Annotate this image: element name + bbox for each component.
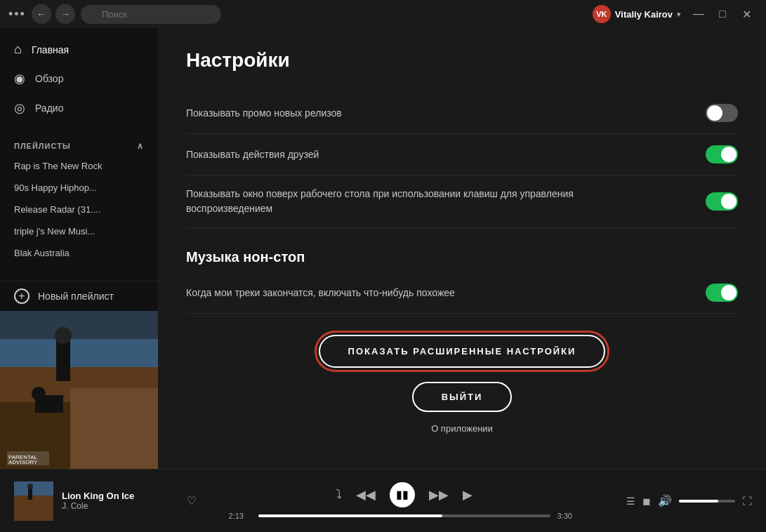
home-icon: ⌂ bbox=[14, 42, 22, 57]
repeat-button[interactable]: ▶ bbox=[463, 487, 473, 503]
titlebar-left: ••• ← → 🔍 bbox=[8, 4, 221, 24]
list-item[interactable]: Rap is The New Rock bbox=[0, 155, 158, 177]
forward-button[interactable]: → bbox=[55, 4, 75, 24]
album-art-sidebar bbox=[0, 311, 158, 469]
progress-fill bbox=[258, 514, 442, 517]
list-item[interactable]: Release Radar (31.... bbox=[0, 199, 158, 220]
setting-row-promo: Показывать промо новых релизов bbox=[186, 93, 738, 134]
user-info[interactable]: VK Vitaliy Kairov ▾ bbox=[593, 5, 680, 23]
avatar: VK bbox=[593, 5, 611, 23]
volume-fill bbox=[679, 500, 718, 503]
minimize-button[interactable]: — bbox=[687, 4, 710, 24]
track-name: Lion King On Ice bbox=[62, 491, 173, 501]
main-area: ⌂ Главная ◉ Обзор ◎ Радио ПЛЕЙЛИСТЫ ∧ Ra… bbox=[0, 28, 766, 469]
radio-icon: ◎ bbox=[14, 100, 25, 116]
toggle-promo[interactable] bbox=[706, 104, 738, 122]
titlebar-right: VK Vitaliy Kairov ▾ — □ ✕ bbox=[593, 4, 758, 24]
toggle-knob bbox=[721, 285, 737, 300]
setting-label-autoplay: Когда мои треки закончатся, включать что… bbox=[186, 286, 455, 300]
list-item[interactable]: triple j's New Musi... bbox=[0, 220, 158, 242]
current-time: 2:13 bbox=[229, 512, 251, 520]
sidebar-item-browse[interactable]: ◉ Обзор bbox=[0, 64, 158, 93]
back-button[interactable]: ← bbox=[32, 4, 51, 24]
list-item[interactable]: 90s Happy Hiphop... bbox=[0, 177, 158, 199]
browse-label: Обзор bbox=[35, 73, 63, 84]
about-link[interactable]: О приложении bbox=[186, 423, 738, 434]
setting-label-promo: Показывать промо новых релизов bbox=[186, 106, 342, 121]
shuffle-button[interactable]: ⤵ bbox=[336, 487, 342, 502]
previous-button[interactable]: ◀◀ bbox=[356, 487, 376, 503]
list-item[interactable]: Blak Australia bbox=[0, 242, 158, 264]
search-wrap: 🔍 bbox=[81, 5, 221, 24]
volume-icon[interactable]: 🔊 bbox=[658, 494, 672, 507]
player-info: Lion King On Ice J. Cole bbox=[62, 491, 173, 511]
setting-row-autoplay: Когда мои треки закончатся, включать что… bbox=[186, 272, 738, 314]
player-thumbnail bbox=[14, 481, 53, 521]
chevron-down-icon: ▾ bbox=[677, 11, 680, 18]
artist-name: J. Cole bbox=[62, 501, 173, 511]
sidebar-item-home[interactable]: ⌂ Главная bbox=[0, 35, 158, 64]
setting-label-window: Показывать окно поверх рабочего стола пр… bbox=[186, 187, 628, 216]
sidebar-item-radio[interactable]: ◎ Радио bbox=[0, 93, 158, 123]
player-center: ⤵ ◀◀ ▮▮ ▶▶ ▶ 2:13 3:30 bbox=[197, 482, 612, 520]
player-left: Lion King On Ice J. Cole ♡ bbox=[14, 481, 197, 521]
add-icon: + bbox=[14, 288, 29, 304]
player-right: ☰ ◼ 🔊 ⛶ bbox=[612, 494, 752, 507]
maximize-button[interactable]: □ bbox=[711, 4, 734, 24]
nav-items: ⌂ Главная ◉ Обзор ◎ Радио bbox=[0, 28, 158, 130]
logout-button[interactable]: ВЫЙТИ bbox=[412, 382, 513, 412]
page-title: Настройки bbox=[186, 49, 738, 72]
sidebar: ⌂ Главная ◉ Обзор ◎ Радио ПЛЕЙЛИСТЫ ∧ Ra… bbox=[0, 28, 158, 469]
browse-icon: ◉ bbox=[14, 71, 25, 86]
toggle-window[interactable] bbox=[706, 192, 738, 211]
devices-button[interactable]: ◼ bbox=[642, 496, 651, 507]
toggle-autoplay[interactable] bbox=[706, 284, 738, 302]
progress-track[interactable] bbox=[258, 514, 550, 517]
close-button[interactable]: ✕ bbox=[735, 4, 758, 24]
toggle-knob bbox=[707, 105, 722, 121]
home-label: Главная bbox=[32, 44, 69, 55]
setting-row-friends: Показывать действия друзей bbox=[186, 134, 738, 175]
player-controls: ⤵ ◀◀ ▮▮ ▶▶ ▶ bbox=[336, 482, 473, 507]
nonstop-section: Музыка нон-стоп Когда мои треки закончат… bbox=[186, 249, 738, 314]
total-time: 3:30 bbox=[557, 512, 580, 520]
play-pause-button[interactable]: ▮▮ bbox=[390, 482, 415, 507]
window-controls: — □ ✕ bbox=[687, 4, 758, 24]
menu-dots[interactable]: ••• bbox=[8, 7, 26, 22]
progress-bar-wrap: 2:13 3:30 bbox=[229, 512, 580, 520]
fullscreen-button[interactable]: ⛶ bbox=[742, 496, 752, 507]
add-playlist-label: Новый плейлист bbox=[38, 291, 114, 302]
titlebar: ••• ← → 🔍 VK Vitaliy Kairov ▾ — □ ✕ bbox=[0, 0, 766, 28]
player-bar: Lion King On Ice J. Cole ♡ ⤵ ◀◀ ▮▮ ▶▶ ▶ … bbox=[0, 469, 766, 532]
settings-section: Показывать промо новых релизов Показыват… bbox=[186, 93, 738, 228]
queue-button[interactable]: ☰ bbox=[626, 496, 635, 507]
playlist-list: Rap is The New Rock 90s Happy Hiphop... … bbox=[0, 155, 158, 281]
nav-buttons: ← → bbox=[32, 4, 75, 24]
toggle-friends[interactable] bbox=[706, 145, 738, 164]
search-input[interactable] bbox=[81, 5, 221, 24]
advanced-settings-button[interactable]: ПОКАЗАТЬ РАСШИРЕННЫЕ НАСТРОЙКИ bbox=[319, 335, 606, 368]
playlist-chevron-icon[interactable]: ∧ bbox=[137, 141, 144, 151]
heart-icon[interactable]: ♡ bbox=[187, 494, 197, 507]
playlists-label: ПЛЕЙЛИСТЫ bbox=[14, 142, 71, 150]
add-playlist[interactable]: + Новый плейлист bbox=[0, 281, 158, 311]
toggle-knob bbox=[721, 147, 737, 162]
nonstop-title: Музыка нон-стоп bbox=[186, 249, 738, 265]
playlists-section-label: ПЛЕЙЛИСТЫ ∧ bbox=[0, 130, 158, 155]
volume-slider[interactable] bbox=[679, 500, 735, 503]
radio-label: Радио bbox=[35, 102, 63, 114]
next-button[interactable]: ▶▶ bbox=[429, 487, 449, 503]
username: Vitaliy Kairov bbox=[615, 9, 673, 20]
content-area: Настройки Показывать промо новых релизов… bbox=[158, 28, 766, 469]
setting-label-friends: Показывать действия друзей bbox=[186, 147, 319, 162]
setting-row-window: Показывать окно поверх рабочего стола пр… bbox=[186, 175, 738, 228]
toggle-knob bbox=[721, 194, 737, 209]
